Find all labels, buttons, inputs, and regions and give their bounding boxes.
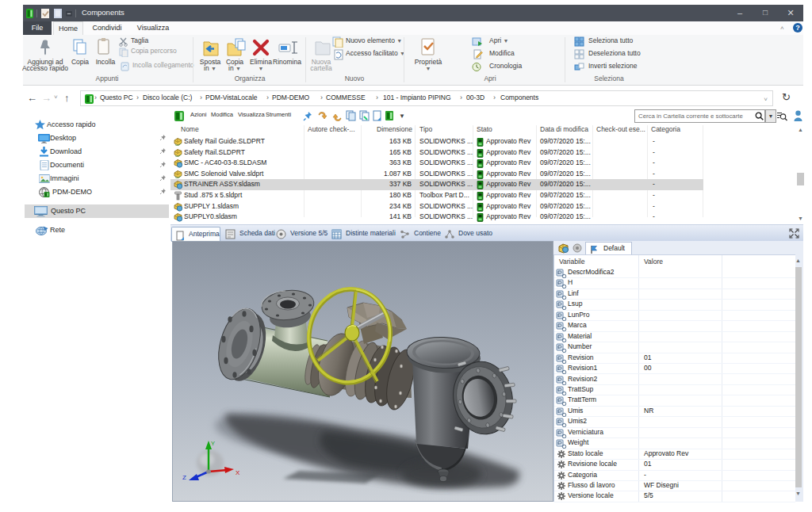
svg-text:X: X: [236, 469, 240, 476]
svg-text:Z: Z: [182, 474, 186, 481]
svg-text:Y: Y: [211, 440, 215, 447]
